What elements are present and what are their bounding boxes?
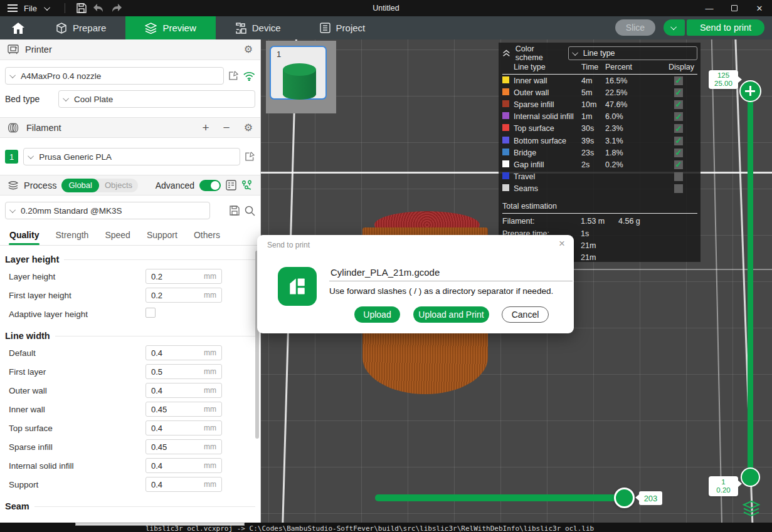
search-icon[interactable] xyxy=(245,206,255,216)
filament-slot-badge[interactable]: 1 xyxy=(5,150,18,164)
display-checkbox[interactable]: ✓ xyxy=(674,76,683,85)
value-input[interactable] xyxy=(151,272,195,281)
layer-slider-top-handle[interactable] xyxy=(739,80,761,102)
inner-wall-line-width-input[interactable]: mm xyxy=(145,402,222,417)
sparse-infill-line-width-input[interactable]: mm xyxy=(145,439,222,454)
plate-thumbnail[interactable]: 1 xyxy=(270,46,327,100)
advanced-toggle[interactable] xyxy=(199,180,221,191)
display-checkbox[interactable]: ✓ xyxy=(674,88,683,97)
value-input[interactable] xyxy=(151,424,195,433)
value-input[interactable] xyxy=(151,405,195,414)
tab-others[interactable]: Others xyxy=(186,226,228,245)
value-input[interactable] xyxy=(151,348,195,358)
moves-slider-handle[interactable] xyxy=(614,488,635,508)
parameter-list-icon[interactable] xyxy=(226,180,236,190)
value-input[interactable] xyxy=(151,291,195,300)
upload-and-print-button[interactable]: Upload and Print xyxy=(413,306,489,323)
layers-view-icon[interactable] xyxy=(743,501,760,517)
display-checkbox[interactable]: ✓ xyxy=(674,124,683,133)
color-swatch xyxy=(502,184,509,191)
tab-quality[interactable]: Quality xyxy=(1,226,47,245)
file-menu[interactable]: File xyxy=(24,4,37,13)
objects-segment[interactable]: Objects xyxy=(99,179,138,191)
tab-project-label: Project xyxy=(336,23,366,33)
slice-button[interactable]: Slice xyxy=(615,19,655,36)
display-checkbox[interactable]: ✓ xyxy=(674,112,683,121)
value-input[interactable] xyxy=(151,480,195,489)
tab-prepare[interactable]: Prepare xyxy=(36,16,125,39)
value-input[interactable] xyxy=(151,461,195,471)
bed-type-label: Bed type xyxy=(5,94,53,104)
save-icon[interactable] xyxy=(75,3,88,14)
display-checkbox[interactable] xyxy=(674,184,683,193)
filament-settings-gear-icon[interactable]: ⚙ xyxy=(244,123,253,133)
undo-icon[interactable] xyxy=(93,3,105,14)
adaptive-layer-height-checkbox[interactable] xyxy=(145,308,156,318)
hamburger-menu-icon[interactable] xyxy=(6,3,19,14)
layer-slider-track[interactable] xyxy=(748,91,753,477)
layer-slider-bottom-handle[interactable] xyxy=(741,467,760,487)
internal-solid-infill-line-width-input[interactable]: mm xyxy=(145,458,222,473)
printer-preset-select[interactable]: A4MaxPro 0.4 nozzle xyxy=(5,67,224,85)
save-preset-icon[interactable] xyxy=(230,206,240,216)
value-input[interactable] xyxy=(151,442,195,452)
printer-settings-gear-icon[interactable]: ⚙ xyxy=(244,44,253,55)
support-line-width-input[interactable]: mm xyxy=(145,477,222,492)
edit-filament-icon[interactable] xyxy=(245,152,255,162)
display-checkbox[interactable] xyxy=(674,172,683,181)
view-mode-select[interactable]: Line type xyxy=(568,46,697,60)
remove-filament-button[interactable]: − xyxy=(223,121,230,135)
default-line-width-input[interactable]: mm xyxy=(145,345,222,360)
unit-label: mm xyxy=(204,386,216,395)
collapse-panel-icon[interactable] xyxy=(502,50,510,57)
filament-estimate-label: Filament: xyxy=(502,217,581,226)
display-checkbox[interactable]: ✓ xyxy=(674,137,683,145)
bed-type-select[interactable]: Cool Plate xyxy=(58,90,255,108)
home-tab[interactable] xyxy=(0,16,36,39)
check-icon: ✓ xyxy=(675,160,682,169)
close-button[interactable]: ✕ xyxy=(747,0,772,16)
tab-device[interactable]: Device xyxy=(216,16,300,39)
tab-support[interactable]: Support xyxy=(139,226,186,245)
outer-wall-line-width-input[interactable]: mm xyxy=(145,383,222,398)
send-options-dropdown-button[interactable] xyxy=(664,19,685,36)
tab-preview[interactable]: Preview xyxy=(125,16,215,39)
setting-label: Support xyxy=(9,480,145,489)
top-surface-line-width-input[interactable]: mm xyxy=(145,420,222,436)
printer-host-logo xyxy=(278,267,317,306)
display-checkbox[interactable]: ✓ xyxy=(674,160,683,169)
project-icon xyxy=(320,23,330,33)
setting-row-top-surface: Top surface mm xyxy=(0,419,260,437)
value-input[interactable] xyxy=(151,386,195,395)
value-input[interactable] xyxy=(151,367,195,377)
redo-icon[interactable] xyxy=(110,3,123,14)
filament-preset-select[interactable]: Prusa Generic PLA xyxy=(23,148,240,165)
dialog-close-icon[interactable]: × xyxy=(559,237,565,250)
calibration-icon[interactable] xyxy=(241,180,253,190)
global-segment[interactable]: Global xyxy=(61,179,99,192)
display-checkbox[interactable]: ✓ xyxy=(674,100,683,109)
first-layer-line-width-input[interactable]: mm xyxy=(145,364,222,379)
tab-speed[interactable]: Speed xyxy=(97,226,138,245)
file-menu-chevron-icon[interactable] xyxy=(42,3,55,14)
add-filament-button[interactable]: + xyxy=(202,121,209,135)
send-to-print-button[interactable]: Send to print xyxy=(687,19,764,36)
bed-type-row: Bed type Cool Plate xyxy=(5,90,255,108)
process-preset-select[interactable]: 0.20mm Standard @MK3S xyxy=(5,202,210,219)
cancel-button[interactable]: Cancel xyxy=(502,306,549,323)
minimize-button[interactable]: — xyxy=(697,0,722,16)
wifi-icon[interactable] xyxy=(243,71,255,81)
maximize-button[interactable] xyxy=(722,0,747,16)
first-layer-height-input[interactable]: mm xyxy=(145,288,222,303)
filename-field[interactable] xyxy=(329,266,573,281)
edit-printer-icon[interactable] xyxy=(229,71,239,81)
tab-project[interactable]: Project xyxy=(300,16,385,39)
color-scheme-title: Color scheme xyxy=(516,44,563,62)
moves-slider-track[interactable] xyxy=(375,494,626,501)
tab-strength[interactable]: Strength xyxy=(47,226,97,245)
upload-button[interactable]: Upload xyxy=(354,306,400,323)
layer-height-input[interactable]: mm xyxy=(145,269,222,284)
total-estimation-title: Total estimation xyxy=(502,200,697,214)
filename-input[interactable] xyxy=(329,266,573,281)
display-checkbox[interactable]: ✓ xyxy=(674,149,683,157)
